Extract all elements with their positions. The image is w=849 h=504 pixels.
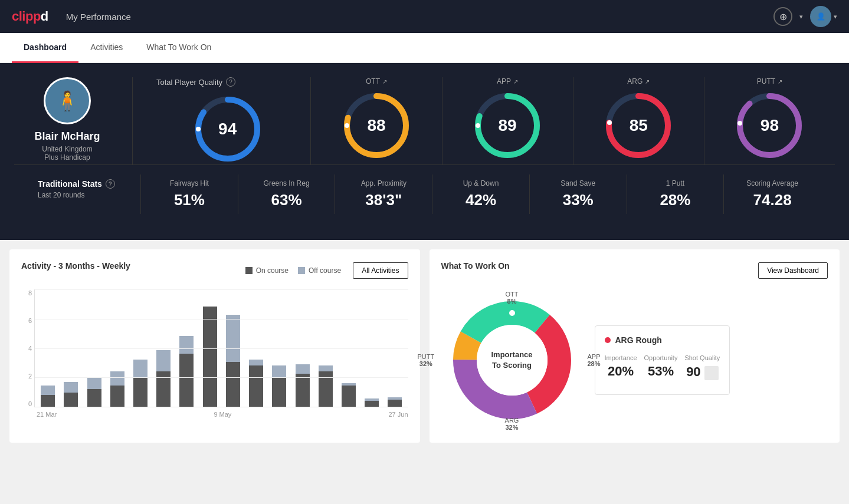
stat-updown: Up & Down 42% bbox=[432, 174, 530, 214]
ott-value: 88 bbox=[367, 116, 385, 135]
header-actions: ⊕ ▾ 👤 ▾ bbox=[773, 6, 837, 27]
bar-on-8 bbox=[226, 362, 240, 407]
bar-on-12 bbox=[319, 371, 333, 407]
on-course-dot bbox=[245, 267, 253, 274]
shotquality-value-row: 90 bbox=[686, 364, 718, 380]
logo-text: clippd bbox=[12, 9, 48, 24]
score-putt-label: PUTT ↗ bbox=[757, 77, 782, 85]
work-on-content: ImportanceTo Scoring OTT 8% APP 28% ARG … bbox=[441, 289, 828, 431]
arg-circle: 85 bbox=[603, 90, 674, 161]
opportunity-label: Opportunity bbox=[644, 354, 678, 361]
hero-section: 🧍 Blair McHarg United Kingdom Plus Handi… bbox=[0, 63, 849, 240]
stat-proximity-value: 38'3" bbox=[365, 191, 402, 209]
x-label-may: 9 May bbox=[214, 411, 231, 418]
off-course-dot bbox=[298, 267, 305, 274]
total-quality-block: Total Player Quality ? 94 bbox=[145, 77, 311, 164]
importance-label: Importance bbox=[605, 354, 637, 361]
work-on-title: What To Work On bbox=[441, 261, 510, 271]
bar-on-15 bbox=[388, 400, 402, 407]
bar-on-10 bbox=[272, 377, 286, 407]
bar-off-1 bbox=[64, 382, 78, 393]
bar-off-6 bbox=[179, 336, 194, 354]
header: clippd My Performance ⊕ ▾ 👤 ▾ bbox=[0, 0, 849, 33]
traditional-stats-title: Traditional Stats ? bbox=[38, 179, 115, 189]
shotquality-value: 90 bbox=[686, 364, 700, 380]
putt-circle: 98 bbox=[734, 90, 805, 161]
x-axis-labels: 21 Mar 9 May 27 Jun bbox=[21, 411, 408, 418]
tab-what-to-work-on[interactable]: What To Work On bbox=[135, 33, 223, 63]
total-quality-circle: 94 bbox=[192, 94, 263, 164]
score-ott: OTT ↗ 88 bbox=[311, 77, 442, 164]
traditional-stats-subtitle: Last 20 rounds bbox=[38, 191, 84, 199]
add-button[interactable]: ⊕ bbox=[773, 7, 792, 26]
x-label-jun: 27 Jun bbox=[388, 411, 408, 418]
chart-body: 8 6 4 2 0 21 Mar bbox=[21, 289, 408, 418]
bar-off-11 bbox=[296, 364, 310, 374]
avatar-dropdown-arrow: ▾ bbox=[834, 13, 837, 21]
grid-line-6 bbox=[35, 319, 408, 319]
bar-off-10 bbox=[272, 365, 286, 377]
player-name: Blair McHarg bbox=[34, 130, 100, 143]
stat-updown-label: Up & Down bbox=[463, 179, 499, 187]
stat-fairways: Fairways Hit 51% bbox=[141, 174, 238, 214]
arg-arrow-icon: ↗ bbox=[645, 78, 650, 85]
bar-on-1 bbox=[64, 393, 78, 407]
stat-1putt: 1 Putt 28% bbox=[627, 174, 725, 214]
stat-sandsave-value: 33% bbox=[563, 191, 594, 209]
svg-point-21 bbox=[509, 310, 515, 316]
chart-title: Activity - 3 Months - Weekly bbox=[21, 261, 130, 271]
detail-dot bbox=[605, 337, 611, 343]
trad-stats-info-icon: ? bbox=[106, 179, 115, 189]
bar-off-8 bbox=[226, 315, 240, 362]
tab-activities[interactable]: Activities bbox=[78, 33, 135, 63]
bar-off-5 bbox=[156, 350, 171, 371]
shotquality-badge bbox=[704, 366, 719, 380]
total-quality-label: Total Player Quality ? bbox=[156, 77, 235, 87]
stat-proximity: App. Proximity 38'3" bbox=[335, 174, 432, 214]
legend-off-course: Off course bbox=[298, 266, 341, 275]
putt-value: 98 bbox=[761, 116, 779, 135]
app-circle: 89 bbox=[472, 90, 543, 161]
chart-header: Activity - 3 Months - Weekly On course O… bbox=[21, 261, 408, 280]
stat-greens-label: Greens In Reg bbox=[264, 179, 310, 187]
traditional-stats-row: Traditional Stats ? Last 20 rounds Fairw… bbox=[14, 164, 835, 223]
segment-label-ott: OTT 8% bbox=[506, 291, 519, 305]
svg-point-5 bbox=[345, 123, 349, 128]
stat-updown-value: 42% bbox=[466, 191, 496, 209]
shotquality-label: Shot Quality bbox=[684, 354, 720, 361]
tab-dashboard[interactable]: Dashboard bbox=[12, 33, 78, 63]
chart-legend: On course Off course bbox=[245, 266, 342, 275]
bar-on-14 bbox=[365, 401, 379, 407]
segment-label-arg: ARG 32% bbox=[505, 417, 519, 431]
detail-card-title: ARG Rough bbox=[605, 335, 720, 345]
bar-off-4 bbox=[133, 360, 147, 377]
legend-on-course: On course bbox=[245, 266, 289, 275]
stat-greens: Greens In Reg 63% bbox=[238, 174, 336, 214]
donut-wrapper: ImportanceTo Scoring OTT 8% APP 28% ARG … bbox=[441, 289, 583, 431]
bar-on-4 bbox=[133, 377, 147, 407]
app-value: 89 bbox=[499, 116, 517, 135]
stat-fairways-label: Fairways Hit bbox=[170, 179, 209, 187]
x-label-mar: 21 Mar bbox=[37, 411, 57, 418]
player-country: United Kingdom bbox=[42, 145, 92, 153]
view-dashboard-button[interactable]: View Dashboard bbox=[758, 262, 828, 279]
user-avatar-button[interactable]: 👤 ▾ bbox=[810, 6, 837, 27]
score-ott-label: OTT ↗ bbox=[366, 77, 387, 85]
donut-center-label: ImportanceTo Scoring bbox=[491, 350, 532, 371]
y-axis: 8 6 4 2 0 bbox=[21, 289, 34, 407]
score-app-label: APP ↗ bbox=[497, 77, 518, 85]
bar-on-6 bbox=[179, 354, 194, 407]
bar-on-11 bbox=[296, 374, 310, 407]
score-putt: PUTT ↗ 98 bbox=[704, 77, 835, 164]
score-arg: ARG ↗ 85 bbox=[573, 77, 704, 164]
stat-sandsave: Sand Save 33% bbox=[530, 174, 627, 214]
stat-fairways-value: 51% bbox=[174, 191, 205, 209]
stat-scoring-value: 74.28 bbox=[753, 191, 792, 209]
bar-on-0 bbox=[41, 395, 55, 407]
all-activities-button[interactable]: All Activities bbox=[353, 262, 408, 279]
player-avatar: 🧍 bbox=[44, 77, 91, 124]
detail-card: ARG Rough Importance 20% Opportunity 53%… bbox=[595, 325, 730, 395]
bar-off-2 bbox=[87, 377, 101, 389]
bar-on-7 bbox=[203, 307, 217, 407]
bar-off-0 bbox=[41, 386, 55, 395]
